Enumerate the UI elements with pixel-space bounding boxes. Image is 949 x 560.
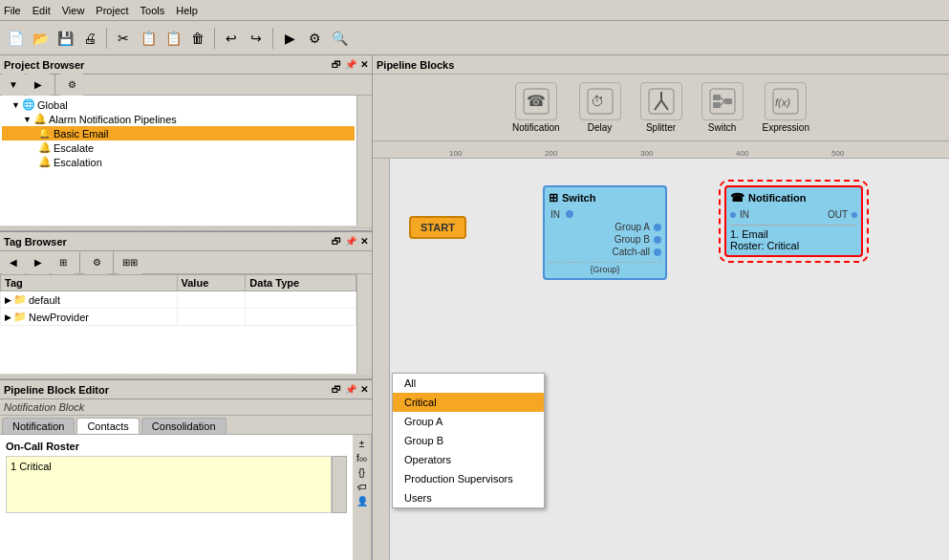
ruler-vertical — [373, 159, 390, 560]
node-notification[interactable]: ☎ Notification IN OUT — [724, 185, 863, 257]
splitter-tool-icon[interactable] — [640, 82, 682, 120]
tag-newprovider-cell[interactable]: ▶ 📁 NewProvider — [1, 309, 178, 326]
plus-icon[interactable]: ± — [359, 439, 365, 449]
notification-icon: ☎ — [730, 191, 744, 205]
dropdown-item-critical[interactable]: Critical — [393, 393, 544, 412]
paste-button[interactable]: 📋 — [162, 27, 184, 50]
user-icon[interactable]: 👤 — [356, 496, 368, 506]
close-btn[interactable]: ✕ — [360, 59, 368, 70]
settings-button[interactable]: ⚙ — [303, 27, 326, 50]
pe-restore-btn[interactable]: 🗗 — [332, 384, 341, 395]
menu-project[interactable]: Project — [96, 5, 128, 16]
braces-icon[interactable]: {} — [358, 467, 365, 478]
tag-forward-btn[interactable]: ▶ — [27, 251, 50, 274]
restore-btn[interactable]: 🗗 — [332, 59, 341, 70]
tool-switch[interactable]: Switch — [701, 82, 744, 133]
menubar: File Edit View Project Tools Help — [0, 0, 949, 21]
switch-catch-all-dot — [654, 248, 661, 256]
roster-area[interactable]: 1 Critical — [6, 456, 332, 513]
delete-button[interactable]: 🗑 — [186, 27, 209, 50]
undo-button[interactable]: ↩ — [220, 27, 243, 50]
pe-pin-btn[interactable]: 📌 — [345, 384, 356, 395]
print-button[interactable]: 🖨 — [78, 27, 101, 50]
switch-footer: {Group} — [549, 262, 661, 274]
menu-file[interactable]: File — [4, 5, 21, 16]
tag-col-datatype: Data Type — [246, 275, 356, 291]
tool-expression[interactable]: f(x) Expression — [763, 82, 809, 133]
switch-tool-icon[interactable] — [701, 82, 744, 120]
tab-contacts[interactable]: Contacts — [76, 418, 139, 434]
tag-grid-btn[interactable]: ⊞ — [52, 251, 75, 274]
tool-notification[interactable]: ☎ Notification — [512, 82, 559, 133]
tag-close-btn[interactable]: ✕ — [360, 236, 368, 247]
pipeline-editor-tabs: Notification Contacts Consolidation — [0, 416, 372, 435]
menu-help[interactable]: Help — [176, 5, 198, 16]
tree-area: ▼ 🌐 Global ▼ 🔔 Alarm Notification Pipeli… — [0, 96, 356, 226]
tag-filter-btn[interactable]: ⚙ — [85, 251, 108, 274]
dropdown-item-operators[interactable]: Operators — [393, 450, 544, 469]
alarm-icon: 🔔 — [33, 113, 47, 125]
notification-ports-row: IN OUT — [730, 208, 857, 221]
function-icon[interactable]: f₀₀ — [356, 453, 367, 463]
tag-icons-btn[interactable]: ⊞⊞ — [119, 251, 141, 274]
pe-close-btn[interactable]: ✕ — [360, 384, 368, 395]
alarm-collapse-icon[interactable]: ▼ — [23, 115, 32, 124]
pipeline-editor-header: Pipeline Block Editor 🗗 📌 ✕ — [0, 380, 372, 399]
roster-scrollbar[interactable] — [332, 456, 347, 513]
notification-tool-icon[interactable]: ☎ — [515, 82, 557, 120]
tool-delay[interactable]: ⏱ Delay — [579, 82, 621, 133]
tree-item-escalate[interactable]: 🔔 Escalate — [2, 140, 355, 155]
tag-default-cell[interactable]: ▶ 📁 default — [1, 291, 178, 309]
redo-button[interactable]: ↪ — [245, 27, 268, 50]
tag-row-default: ▶ 📁 default — [1, 291, 356, 309]
tool-splitter[interactable]: Splitter — [640, 82, 682, 133]
menu-tools[interactable]: Tools — [140, 5, 165, 16]
pb-expand-btn[interactable]: ▶ — [27, 74, 50, 97]
tree-item-escalation[interactable]: 🔔 Escalation — [2, 155, 355, 169]
menu-edit[interactable]: Edit — [32, 5, 51, 16]
dropdown-item-group-b[interactable]: Group B — [393, 431, 544, 450]
dropdown-item-users[interactable]: Users — [393, 488, 544, 507]
contact-dropdown[interactable]: All Critical Group A Group B Operators P… — [392, 373, 545, 508]
tag-table: Tag Value Data Type ▶ 📁 — [0, 274, 356, 374]
open-button[interactable]: 📂 — [29, 27, 52, 50]
new-button[interactable]: 📄 — [4, 27, 27, 50]
menu-view[interactable]: View — [62, 5, 85, 16]
tree-item-basic-email[interactable]: 🔔 Basic Email — [2, 126, 355, 140]
switch-icon: ⊞ — [549, 191, 558, 205]
tag-browser-scrollbar[interactable] — [356, 274, 372, 374]
tag-restore-btn[interactable]: 🗗 — [332, 236, 341, 247]
tab-consolidation[interactable]: Consolidation — [141, 418, 226, 434]
delay-tool-icon[interactable]: ⏱ — [579, 82, 621, 120]
tab-notification[interactable]: Notification — [2, 418, 75, 434]
tag-browser-header: Tag Browser 🗗 📌 ✕ — [0, 232, 372, 251]
switch-group-b-label: Group B — [613, 233, 652, 246]
node-start[interactable]: START — [409, 216, 466, 239]
tag-back-btn[interactable]: ◀ — [2, 251, 25, 274]
tag-newprovider-expand[interactable]: ▶ — [5, 312, 11, 322]
global-collapse-icon[interactable]: ▼ — [11, 100, 20, 110]
switch-in-port[interactable]: IN — [549, 208, 562, 221]
tree-item-alarm-notification[interactable]: ▼ 🔔 Alarm Notification Pipelines — [2, 112, 355, 126]
dropdown-item-group-a[interactable]: Group A — [393, 412, 544, 431]
search-button[interactable]: 🔍 — [328, 27, 351, 50]
tag-icon[interactable]: 🏷 — [357, 482, 367, 492]
copy-button[interactable]: 📋 — [137, 27, 160, 50]
tree-item-global[interactable]: ▼ 🌐 Global — [2, 97, 355, 112]
dropdown-item-all[interactable]: All — [393, 374, 544, 393]
run-button[interactable]: ▶ — [278, 27, 301, 50]
tag-pin-btn[interactable]: 📌 — [345, 236, 356, 247]
separator-1 — [106, 28, 107, 49]
expression-tool-icon[interactable]: f(x) — [765, 82, 807, 120]
tag-default-expand[interactable]: ▶ — [5, 295, 11, 305]
dropdown-item-prod-supervisors[interactable]: Production Supervisors — [393, 469, 544, 488]
cut-button[interactable]: ✂ — [112, 27, 135, 50]
pipeline-editor-controls: 🗗 📌 ✕ — [332, 384, 368, 395]
pb-filter-btn[interactable]: ⚙ — [60, 74, 83, 97]
pb-collapse-btn[interactable]: ▼ — [2, 74, 25, 97]
pin-btn[interactable]: 📌 — [345, 59, 356, 70]
node-switch[interactable]: ⊞ Switch IN Group A — [543, 185, 667, 280]
save-button[interactable]: 💾 — [54, 27, 76, 50]
project-browser-scrollbar[interactable] — [356, 96, 372, 226]
global-label: Global — [37, 99, 68, 111]
